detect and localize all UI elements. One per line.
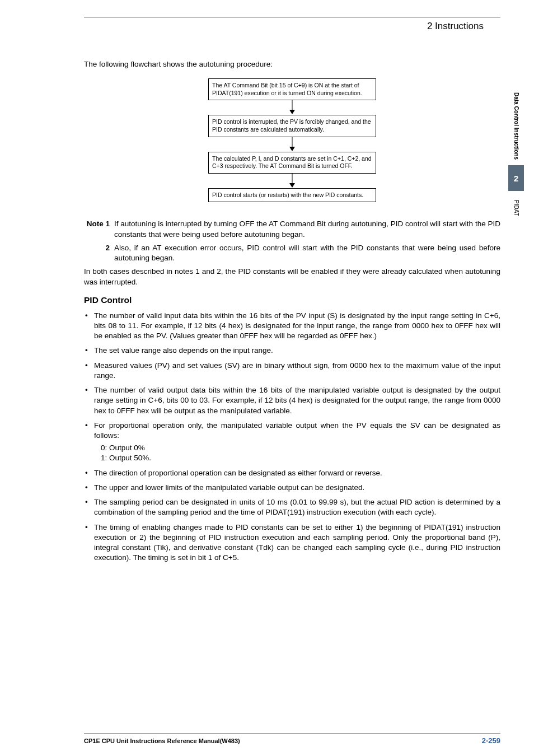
list-item: The timing of enabling changes made to P…: [84, 522, 500, 563]
list-item: The direction of proportional operation …: [84, 468, 500, 478]
pid-bullet-list: The number of valid input data bits with…: [84, 311, 500, 563]
note-text-1: If autotuning is interrupted by turning …: [114, 219, 500, 239]
side-category: Data Control Instructions: [513, 92, 519, 160]
flow-arrow: [208, 100, 376, 115]
chapter-heading: 2 Instructions: [84, 21, 500, 32]
sub-value-1: 1: Output 50%.: [101, 453, 500, 463]
svg-marker-3: [289, 147, 295, 151]
list-item: The upper and lower limits of the manipu…: [84, 483, 500, 493]
flow-box-4: PID control starts (or restarts) with th…: [208, 188, 376, 203]
intro-text: The following flowchart shows the autotu…: [84, 60, 500, 68]
flowchart: The AT Command Bit (bit 15 of C+9) is ON…: [208, 78, 376, 202]
pid-control-heading: PID Control: [84, 295, 500, 305]
page-number: 2-259: [482, 736, 500, 745]
list-item: The number of valid output data bits wit…: [84, 385, 500, 416]
notes-block: Note 1 If autotuning is interrupted by t…: [84, 219, 500, 263]
side-chapter-number: 2: [508, 165, 524, 191]
note-text-2: Also, if an AT execution error occurs, P…: [114, 243, 500, 263]
flow-box-1: The AT Command Bit (bit 15 of C+9) is ON…: [208, 78, 376, 100]
flow-arrow: [208, 137, 376, 152]
note-label-2: 2: [84, 243, 114, 263]
flow-arrow: [208, 174, 376, 188]
svg-marker-1: [289, 110, 295, 114]
side-tab: Data Control Instructions 2 PIDAT: [508, 92, 524, 216]
note-label-1: Note 1: [84, 219, 114, 239]
flow-box-2: PID control is interrupted, the PV is fo…: [208, 115, 376, 137]
list-item: The number of valid input data bits with…: [84, 311, 500, 342]
list-item: The set value range also depends on the …: [84, 346, 500, 356]
side-instruction-name: PIDAT: [513, 200, 519, 216]
summary-paragraph: In both cases described in notes 1 and 2…: [84, 267, 500, 287]
list-item: The sampling period can be designated in…: [84, 497, 500, 517]
list-item: For proportional operation only, the man…: [84, 421, 500, 464]
flow-box-3: The calculated P, I, and D constants are…: [208, 152, 376, 174]
sub-value-0: 0: Output 0%: [101, 443, 500, 453]
list-item-text: For proportional operation only, the man…: [94, 421, 500, 440]
list-item: Measured values (PV) and set values (SV)…: [84, 361, 500, 381]
svg-marker-5: [289, 183, 295, 188]
page-footer: CP1E CPU Unit Instructions Reference Man…: [84, 734, 500, 745]
footer-manual-title: CP1E CPU Unit Instructions Reference Man…: [84, 738, 240, 744]
